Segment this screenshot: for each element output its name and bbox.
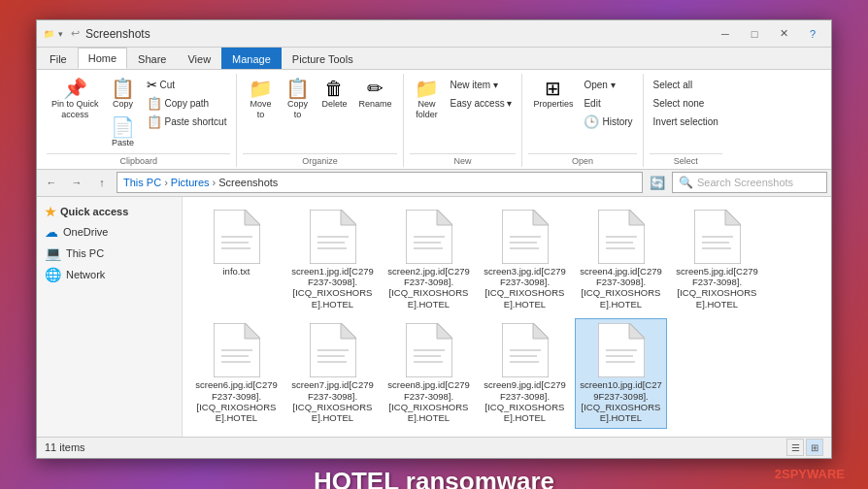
tab-manage[interactable]: Manage [221, 48, 282, 69]
help-button[interactable]: ? [798, 23, 827, 45]
back-button[interactable]: ← [41, 172, 62, 193]
status-bar: 11 items ☰ ⊞ [37, 437, 831, 458]
up-button[interactable]: ↑ [91, 172, 113, 193]
file-name: screen9.jpg.id[C279F237-3098].[ICQ_RIXOS… [484, 379, 566, 424]
copy-path-button[interactable]: 📋 Copy path [143, 94, 231, 112]
history-button[interactable]: 🕒 History [580, 113, 636, 130]
tab-view[interactable]: View [177, 48, 221, 69]
new-folder-icon: 📁 [415, 79, 439, 98]
pin-label: Pin to Quickaccess [51, 99, 99, 120]
file-item[interactable]: screen1.jpg.id[C279F237-3098].[ICQ_RIXOS… [286, 205, 379, 315]
cut-label: Cut [160, 80, 176, 90]
select-none-button[interactable]: Select none [650, 94, 722, 112]
file-item[interactable]: info.txt [190, 205, 283, 315]
grid-view-button[interactable]: ⊞ [806, 439, 823, 456]
select-all-button[interactable]: Select all [650, 76, 722, 93]
ransomware-label-text: HOTEL ransomware [314, 467, 554, 489]
file-name: screen8.jpg.id[C279F237-3098].[ICQ_RIXOS… [387, 379, 470, 424]
properties-button[interactable]: ⊞ Properties [528, 76, 578, 113]
thispc-icon: 💻 [45, 245, 61, 261]
address-path[interactable]: This PC › Pictures › Screenshots [117, 172, 643, 193]
search-placeholder: Search Screenshots [697, 177, 793, 188]
tab-file[interactable]: File [39, 48, 78, 69]
file-icon [310, 210, 356, 264]
file-item[interactable]: screen4.jpg.id[C279F237-3098].[ICQ_RIXOS… [575, 205, 667, 315]
file-item[interactable]: screen2.jpg.id[C279F237-3098].[ICQ_RIXOS… [383, 205, 475, 315]
file-item[interactable]: screen5.jpg.id[C279F237-3098].[ICQ_RIXOS… [671, 205, 763, 315]
pin-icon: 📌 [63, 79, 87, 98]
sidebar-item-thispc[interactable]: 💻 This PC [37, 243, 182, 264]
onedrive-label: OneDrive [63, 226, 108, 238]
rename-button[interactable]: ✏ Rename [353, 76, 396, 113]
search-box[interactable]: 🔍 Search Screenshots [672, 172, 827, 193]
paste-shortcut-button[interactable]: 📋 Paste shortcut [143, 113, 231, 130]
pin-to-quick-access-button[interactable]: 📌 Pin to Quickaccess [47, 76, 104, 123]
new-item-button[interactable]: New item ▾ [447, 76, 517, 93]
select-group-label: Select [650, 153, 722, 167]
move-to-button[interactable]: 📁 Moveto [243, 76, 278, 123]
paste-button[interactable]: 📄 Paste [106, 114, 141, 151]
svg-marker-51 [629, 323, 645, 339]
open-label: Open ▾ [584, 80, 615, 90]
paste-shortcut-icon: 📋 [147, 114, 162, 129]
edit-label: Edit [584, 98, 600, 109]
undo-btn[interactable]: ↩ [69, 25, 82, 43]
ribbon-content: 📌 Pin to Quickaccess 📋 Copy 📄 Paste [37, 69, 831, 169]
cut-button[interactable]: ✂ Cut [143, 76, 231, 93]
copy-button[interactable]: 📋 Copy [106, 76, 141, 113]
view-switcher: ☰ ⊞ [786, 439, 823, 456]
minimize-button[interactable]: ─ [711, 23, 740, 45]
open-small-btns: Open ▾ Edit 🕒 History [580, 76, 636, 130]
file-item[interactable]: screen6.jpg.id[C279F237-3098].[ICQ_RIXOS… [190, 318, 283, 429]
refresh-button[interactable]: 🔄 [647, 172, 668, 193]
rename-label: Rename [358, 99, 391, 110]
copy-path-label: Copy path [165, 98, 210, 109]
svg-marker-1 [245, 210, 260, 225]
path-pictures: Pictures [171, 177, 210, 188]
file-name: screen3.jpg.id[C279F237-3098].[ICQ_RIXOS… [484, 266, 566, 310]
path-thispc: This PC [123, 177, 161, 188]
search-icon: 🔍 [679, 176, 693, 189]
file-item[interactable]: screen7.jpg.id[C279F237-3098].[ICQ_RIXOS… [286, 318, 379, 429]
file-item[interactable]: screen10.jpg.id[C279F237-3098].[ICQ_RIXO… [575, 318, 667, 429]
tab-home[interactable]: Home [78, 48, 127, 69]
folder-icon: 📁 [41, 26, 56, 42]
edit-button[interactable]: Edit [580, 94, 636, 112]
delete-button[interactable]: 🗑 Delete [317, 76, 351, 113]
open-group-label: Open [528, 153, 636, 167]
delete-icon: 🗑 [324, 79, 344, 98]
clipboard-items: 📌 Pin to Quickaccess 📋 Copy 📄 Paste [47, 74, 230, 151]
network-label: Network [66, 269, 105, 280]
maximize-button[interactable]: □ [740, 23, 769, 45]
ribbon-group-clipboard: 📌 Pin to Quickaccess 📋 Copy 📄 Paste [41, 74, 237, 167]
file-item[interactable]: screen8.jpg.id[C279F237-3098].[ICQ_RIXOS… [383, 318, 475, 429]
file-icon [214, 210, 260, 264]
copy-to-button[interactable]: 📋 Copyto [280, 76, 315, 123]
item-count: 11 items [45, 441, 85, 453]
new-folder-label: Newfolder [416, 99, 438, 120]
new-small-btns: New item ▾ Easy access ▾ [447, 76, 517, 112]
close-button[interactable]: ✕ [769, 23, 798, 45]
forward-button[interactable]: → [66, 172, 87, 193]
select-items: Select all Select none Invert selection [650, 74, 722, 151]
easy-access-button[interactable]: Easy access ▾ [447, 94, 517, 112]
file-item[interactable]: screen3.jpg.id[C279F237-3098].[ICQ_RIXOS… [479, 205, 571, 315]
brand-accent: 2 [775, 467, 782, 481]
list-view-button[interactable]: ☰ [786, 439, 804, 456]
file-icon [406, 210, 452, 264]
new-items: 📁 Newfolder New item ▾ Easy access ▾ [410, 74, 517, 151]
sidebar-item-network[interactable]: 🌐 Network [37, 264, 182, 285]
new-folder-button[interactable]: 📁 Newfolder [410, 76, 445, 123]
open-button[interactable]: Open ▾ [580, 76, 636, 93]
tab-picture-tools[interactable]: Picture Tools [282, 48, 364, 69]
explorer-window: 📁 ▾ ↩ Screenshots ─ □ ✕ ? File Home Shar… [36, 19, 832, 459]
title-bar: 📁 ▾ ↩ Screenshots ─ □ ✕ ? [37, 20, 831, 48]
onedrive-icon: ☁ [45, 224, 58, 240]
sidebar-item-onedrive[interactable]: ☁ OneDrive [37, 221, 182, 243]
invert-selection-button[interactable]: Invert selection [650, 113, 722, 130]
select-btns: Select all Select none Invert selection [650, 76, 722, 130]
tab-share[interactable]: Share [127, 48, 177, 69]
svg-marker-16 [533, 210, 549, 225]
file-item[interactable]: screen9.jpg.id[C279F237-3098].[ICQ_RIXOS… [479, 318, 571, 429]
window-controls: ─ □ ✕ ? [711, 23, 827, 45]
